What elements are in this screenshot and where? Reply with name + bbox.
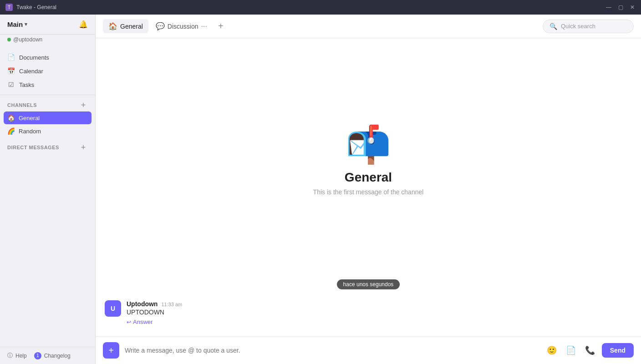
general-channel-icon: 🏠 xyxy=(7,114,15,121)
message-time: 11:33 am xyxy=(161,302,182,307)
discussion-tab-label: Discussion xyxy=(168,23,198,30)
message-header: Uptodown 11:33 am xyxy=(127,300,182,308)
online-status-dot xyxy=(7,38,11,41)
answer-arrow-icon: ↩ xyxy=(127,319,131,325)
mailbox-emoji: 📬 xyxy=(346,126,391,163)
search-placeholder: Quick search xyxy=(561,23,595,30)
workspace-name[interactable]: Main ▾ xyxy=(7,20,27,28)
sidebar-nav: 📄 Documents 📅 Calendar ☑ Tasks xyxy=(0,47,95,95)
avatar: U xyxy=(105,300,121,317)
general-tab-icon: 🏠 xyxy=(108,22,117,30)
calendar-icon: 📅 xyxy=(7,67,15,75)
notifications-bell-icon[interactable]: 🔔 xyxy=(79,20,88,29)
channel-tabs: 🏠 General 💬 Discussion ··· + xyxy=(103,19,227,33)
answer-button[interactable]: ↩ Answer xyxy=(127,318,182,325)
time-divider: hace unos segundos xyxy=(105,279,632,289)
sidebar: Main ▾ 🔔 @uptodown 📄 Documents 📅 Calenda… xyxy=(0,15,96,364)
emoji-icon: 🙂 xyxy=(547,345,557,355)
changelog-label: Changelog xyxy=(44,353,71,359)
message-input[interactable] xyxy=(125,347,539,354)
user-status: @uptodown xyxy=(0,35,95,47)
add-dm-button[interactable]: + xyxy=(79,143,88,152)
calendar-label: Calendar xyxy=(19,68,43,75)
time-badge: hace unos segundos xyxy=(337,279,400,289)
add-tab-button[interactable]: + xyxy=(214,20,227,33)
user-handle: @uptodown xyxy=(13,36,42,43)
main-content: 🏠 General 💬 Discussion ··· + 🔍 Quick sea… xyxy=(96,15,641,364)
tasks-label: Tasks xyxy=(19,81,34,88)
quick-search-bar[interactable]: 🔍 Quick search xyxy=(543,20,634,33)
channel-list: 🏠 General 🌈 Random xyxy=(0,111,95,137)
discussion-tab-icon: 💬 xyxy=(156,22,165,30)
titlebar: T Twake - General — ▢ ✕ xyxy=(0,0,641,15)
window-title: Twake - General xyxy=(16,4,56,10)
attach-icon: + xyxy=(108,345,114,356)
help-label: Help xyxy=(15,353,27,359)
message-content: Uptodown 11:33 am UPTODOWN ↩ Answer xyxy=(127,300,182,325)
add-channel-button[interactable]: + xyxy=(79,101,88,110)
phone-button[interactable]: 📞 xyxy=(583,343,597,358)
emoji-button[interactable]: 🙂 xyxy=(544,343,559,358)
random-channel-label: Random xyxy=(19,128,41,135)
workspace-chevron-icon: ▾ xyxy=(25,21,27,27)
message-author: Uptodown xyxy=(127,300,158,308)
documents-icon: 📄 xyxy=(7,54,15,61)
add-tab-icon: + xyxy=(218,21,224,31)
channel-welcome-name: General xyxy=(345,170,392,185)
channels-section-header: CHANNELS + xyxy=(0,95,95,111)
changelog-badge: 1 xyxy=(34,352,41,359)
message-row: U Uptodown 11:33 am UPTODOWN ↩ Answer xyxy=(105,298,632,327)
maximize-button[interactable]: ▢ xyxy=(617,4,624,10)
sidebar-item-documents[interactable]: 📄 Documents xyxy=(4,51,92,64)
documents-label: Documents xyxy=(19,54,49,61)
app-container: Main ▾ 🔔 @uptodown 📄 Documents 📅 Calenda… xyxy=(0,15,641,364)
dm-section-header: DIRECT MESSAGES + xyxy=(0,137,95,154)
document-icon: 📄 xyxy=(566,345,576,355)
channel-item-random[interactable]: 🌈 Random xyxy=(4,125,92,137)
input-actions: 🙂 📄 📞 Send xyxy=(544,343,634,358)
sidebar-bottom: ⓘ Help 1 Changelog xyxy=(0,347,95,364)
input-area: + 🙂 📄 📞 Send xyxy=(96,336,641,364)
answer-label: Answer xyxy=(133,318,153,325)
tab-options-icon[interactable]: ··· xyxy=(201,22,207,30)
help-icon: ⓘ xyxy=(7,352,13,359)
channels-section-title: CHANNELS xyxy=(7,102,37,108)
minimize-button[interactable]: — xyxy=(605,4,612,10)
phone-icon: 📞 xyxy=(585,345,595,355)
search-icon: 🔍 xyxy=(549,23,557,30)
channel-header: 🏠 General 💬 Discussion ··· + 🔍 Quick sea… xyxy=(96,15,641,38)
workspace-label: Main xyxy=(7,20,23,28)
tab-general[interactable]: 🏠 General xyxy=(103,19,148,33)
document-button[interactable]: 📄 xyxy=(564,343,578,358)
message-actions: ↩ Answer xyxy=(127,318,182,325)
close-button[interactable]: ✕ xyxy=(629,4,636,10)
app-icon: T xyxy=(5,4,13,11)
sidebar-item-calendar[interactable]: 📅 Calendar xyxy=(4,65,92,77)
channel-welcome: 📬 General This is the first message of t… xyxy=(105,47,632,270)
attach-button[interactable]: + xyxy=(103,342,119,359)
changelog-button[interactable]: 1 Changelog xyxy=(34,352,71,359)
channel-welcome-subtitle: This is the first message of the channel xyxy=(313,188,424,196)
help-button[interactable]: ⓘ Help xyxy=(7,352,27,359)
message-text: UPTODOWN xyxy=(127,308,182,316)
messages-area: 📬 General This is the first message of t… xyxy=(96,38,641,336)
sidebar-item-tasks[interactable]: ☑ Tasks xyxy=(4,78,92,91)
message: U Uptodown 11:33 am UPTODOWN ↩ Answer xyxy=(105,300,632,325)
send-button[interactable]: Send xyxy=(602,343,634,358)
general-channel-label: General xyxy=(19,115,40,121)
random-channel-icon: 🌈 xyxy=(7,127,15,135)
tab-discussion[interactable]: 💬 Discussion ··· xyxy=(150,19,213,33)
sidebar-header: Main ▾ 🔔 xyxy=(0,15,95,35)
channel-item-general[interactable]: 🏠 General xyxy=(4,111,92,124)
general-tab-label: General xyxy=(120,23,143,30)
tasks-icon: ☑ xyxy=(7,81,15,88)
window-controls: — ▢ ✕ xyxy=(605,4,636,10)
dm-section-title: DIRECT MESSAGES xyxy=(7,145,59,150)
